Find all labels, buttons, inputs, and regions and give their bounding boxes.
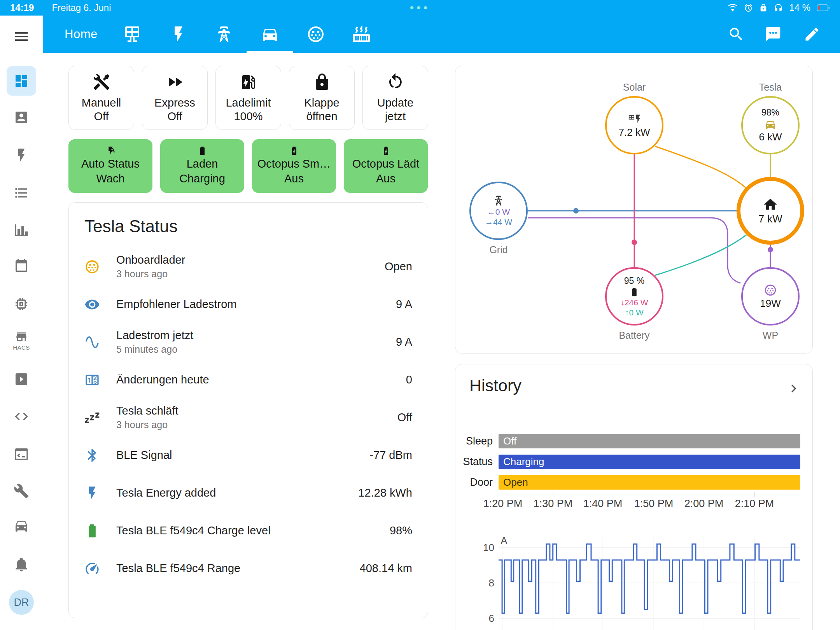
home-icon bbox=[763, 197, 778, 212]
express-button[interactable]: ExpressOff bbox=[142, 66, 208, 130]
tab-car-active[interactable] bbox=[261, 25, 279, 44]
sidebar-item-car[interactable] bbox=[14, 518, 29, 534]
energy-node-grid[interactable]: ←0 W →44 W bbox=[469, 182, 528, 240]
tab-grid[interactable] bbox=[215, 25, 233, 44]
timeline-label-status: Status bbox=[455, 455, 493, 469]
row-charge-level[interactable]: Tesla BLE f549c4 Charge level 98% bbox=[69, 512, 428, 550]
history-title: History bbox=[469, 376, 522, 395]
account-icon bbox=[14, 110, 29, 125]
row-aenderungen-heute[interactable]: Änderungen heute 0 bbox=[69, 361, 428, 399]
octopus-laedt-toggle[interactable]: Octopus Lädt Aus bbox=[344, 139, 428, 193]
sidebar-item-terminal[interactable] bbox=[14, 446, 29, 462]
sidebar-item-devices[interactable] bbox=[14, 296, 29, 312]
row-tesla-schlaeft[interactable]: Tesla schläft3 hours ago Off bbox=[69, 399, 428, 436]
status-date: Freitag 6. Juni bbox=[52, 2, 111, 13]
sidebar-item-persons[interactable] bbox=[14, 110, 29, 125]
energy-node-solar[interactable]: 7.2 kW bbox=[605, 96, 663, 154]
headphones-icon bbox=[774, 4, 783, 12]
car-icon bbox=[261, 25, 279, 44]
bell-icon bbox=[14, 556, 29, 572]
update-button[interactable]: Updatejetzt bbox=[362, 66, 428, 130]
auto-status-toggle[interactable]: Auto Status Wach bbox=[68, 139, 152, 193]
alarm-icon bbox=[744, 4, 753, 12]
button-state: öffnen bbox=[304, 110, 339, 123]
toggle-buttons-row: Auto Status Wach Laden Charging Octopus … bbox=[68, 139, 428, 193]
sidebar-divider bbox=[0, 541, 43, 541]
axis-tick bbox=[754, 492, 755, 497]
energy-node-tesla[interactable]: 98% 6 kW bbox=[741, 96, 800, 154]
timeline-bar-status[interactable]: Charging bbox=[499, 455, 800, 469]
sidebar-item-calendar[interactable] bbox=[14, 258, 29, 274]
button-label: Update bbox=[377, 96, 414, 110]
axis-tick bbox=[704, 492, 704, 497]
button-label: Express bbox=[154, 96, 195, 110]
battery-icon bbox=[84, 523, 100, 539]
lock-icon bbox=[313, 73, 331, 91]
tab-heating[interactable] bbox=[352, 25, 371, 44]
history-card: History Sleep Off Status Charging Door O… bbox=[455, 364, 813, 630]
energy-node-home[interactable]: 7 kW bbox=[737, 177, 804, 245]
hacs-label: HACS bbox=[0, 344, 43, 351]
hacs-store-icon bbox=[15, 330, 28, 343]
ladelimit-button[interactable]: Ladelimit100% bbox=[215, 66, 281, 130]
tesla-label: Tesla bbox=[732, 82, 809, 93]
tab-charger[interactable] bbox=[306, 25, 325, 44]
edit-dashboard-button[interactable] bbox=[803, 26, 821, 43]
row-energy-added[interactable]: Tesla Energy added 12.28 kWh bbox=[69, 474, 428, 512]
tab-solar[interactable] bbox=[123, 25, 142, 44]
avatar[interactable]: DR bbox=[9, 590, 34, 615]
battery-label: Battery bbox=[595, 330, 673, 341]
row-range[interactable]: Tesla BLE f549c4 Range 408.14 km bbox=[69, 550, 428, 587]
sidebar-item-notifications[interactable] bbox=[14, 556, 29, 572]
sidebar-item-energy[interactable] bbox=[14, 147, 29, 163]
laden-toggle[interactable]: Laden Charging bbox=[160, 139, 244, 193]
search-button[interactable] bbox=[728, 26, 745, 43]
chevron-right-icon[interactable] bbox=[786, 381, 802, 396]
tools-icon bbox=[92, 73, 111, 91]
row-value: 0 bbox=[406, 373, 412, 386]
toggle-state: Aus bbox=[284, 172, 304, 186]
row-ble-signal[interactable]: BLE Signal -77 dBm bbox=[69, 436, 428, 474]
status-bar: 14:19 Freitag 6. Juni ••• 14 % bbox=[0, 0, 840, 16]
y-axis-unit: A bbox=[500, 535, 508, 546]
timeline-bar-door[interactable]: Open bbox=[499, 475, 800, 490]
y-tick: 6 bbox=[489, 612, 494, 624]
row-onboardlader[interactable]: Onboardlader3 hours ago Open bbox=[69, 248, 428, 285]
sidebar-item-code[interactable] bbox=[14, 409, 29, 424]
transmission-tower-icon bbox=[215, 25, 233, 44]
octopus-smart-toggle[interactable]: Octopus Sm… Aus bbox=[252, 139, 336, 193]
bluetooth-icon bbox=[84, 448, 100, 463]
y-tick: 10 bbox=[483, 542, 494, 553]
klappe-button[interactable]: Klappeöffnen bbox=[289, 66, 355, 130]
solar-panel-icon bbox=[123, 25, 142, 44]
row-empfohlener-ladestrom[interactable]: Empfohlener Ladestrom 9 A bbox=[69, 285, 428, 323]
manuell-button[interactable]: ManuellOff bbox=[68, 66, 134, 130]
toggle-label: Auto Status bbox=[81, 157, 140, 172]
menu-button[interactable] bbox=[13, 28, 30, 45]
tab-home[interactable]: Home bbox=[65, 16, 98, 53]
code-icon bbox=[14, 409, 29, 424]
counter-icon bbox=[84, 372, 100, 388]
row-value: 12.28 kWh bbox=[358, 486, 412, 499]
sidebar-item-todo[interactable] bbox=[14, 185, 29, 201]
timeline-bar-sleep[interactable]: Off bbox=[499, 434, 800, 448]
transmission-tower-icon bbox=[493, 195, 504, 206]
sidebar-item-dashboard[interactable] bbox=[14, 73, 29, 89]
sidebar-item-media[interactable] bbox=[14, 371, 29, 387]
energy-node-battery[interactable]: 95 % ↓246 W ↑0 W bbox=[605, 267, 663, 326]
sidebar-item-hacs[interactable]: HACS bbox=[0, 330, 43, 351]
time-label: 1:30 PM bbox=[526, 498, 580, 510]
assist-button[interactable] bbox=[765, 26, 782, 43]
energy-node-wp[interactable]: 19W bbox=[741, 267, 800, 326]
row-ladestrom-jetzt[interactable]: Ladestrom jetzt5 minutes ago 9 A bbox=[69, 323, 428, 361]
toggle-label: Octopus Sm… bbox=[257, 157, 331, 172]
sidebar-item-tools[interactable] bbox=[14, 483, 29, 499]
ev-plug-icon bbox=[306, 25, 325, 44]
sidebar-item-history[interactable] bbox=[14, 222, 29, 238]
timeline-state: Charging bbox=[503, 456, 544, 468]
tab-energy[interactable] bbox=[169, 25, 188, 44]
battery-icon bbox=[817, 4, 830, 11]
calendar-icon bbox=[14, 258, 29, 274]
battery-charging-icon bbox=[289, 146, 299, 156]
ev-station-icon bbox=[239, 73, 258, 91]
